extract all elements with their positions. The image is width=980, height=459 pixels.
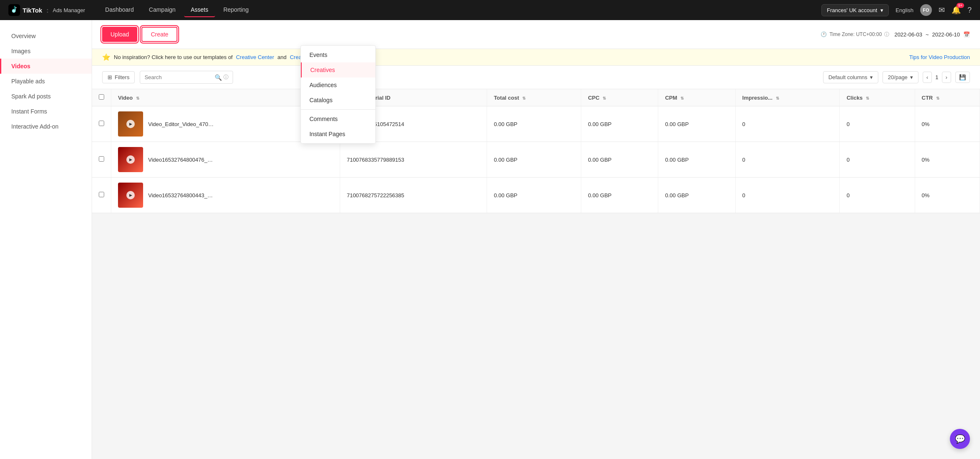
sort-icon[interactable]: ⇅ bbox=[603, 96, 606, 101]
nav-dashboard[interactable]: Dashboard bbox=[98, 3, 141, 17]
sort-icon[interactable]: ⇅ bbox=[680, 96, 684, 101]
notification-icon[interactable]: 🔔 9+ bbox=[952, 5, 961, 15]
chat-widget[interactable]: 💬 bbox=[950, 429, 970, 449]
dropdown-catalogs-label: Catalogs bbox=[309, 97, 332, 103]
page-number: 1 bbox=[935, 74, 938, 80]
dropdown-audiences[interactable]: Audiences bbox=[301, 77, 375, 93]
play-button[interactable]: ▶ bbox=[126, 191, 135, 199]
col-cpm-label: CPM bbox=[665, 95, 677, 101]
row-checkbox-0[interactable] bbox=[99, 121, 104, 126]
per-page-label: 20/page bbox=[888, 74, 908, 80]
sort-icon[interactable]: ⇅ bbox=[522, 96, 526, 101]
col-video-label: Video bbox=[118, 95, 133, 101]
col-cpm: CPM ⇅ bbox=[658, 89, 735, 106]
account-name: Frances' UK account bbox=[827, 7, 877, 13]
sort-icon[interactable]: ⇅ bbox=[776, 96, 779, 101]
chat-icon: 💬 bbox=[955, 434, 965, 444]
chevron-down-icon: ▾ bbox=[880, 7, 883, 13]
help-icon[interactable]: ? bbox=[967, 6, 972, 15]
video-thumbnail[interactable]: ▶ bbox=[118, 111, 143, 137]
search-info-icon: ⓘ bbox=[223, 74, 228, 81]
dropdown-events[interactable]: Events bbox=[301, 47, 375, 62]
table-row: ▶ Video16532764800476_Rin... 71007683357… bbox=[92, 142, 980, 178]
sidebar: Overview Images Videos Playable ads Spar… bbox=[0, 20, 92, 459]
select-all-checkbox[interactable] bbox=[99, 94, 104, 100]
account-selector[interactable]: Frances' UK account ▾ bbox=[821, 4, 889, 16]
dropdown-creatives[interactable]: Creatives bbox=[301, 62, 375, 77]
upload-button[interactable]: Upload bbox=[102, 27, 137, 42]
filter-icon: ⊞ bbox=[108, 74, 112, 80]
sidebar-item-instant-forms[interactable]: Instant Forms bbox=[0, 104, 92, 119]
dropdown-comments[interactable]: Comments bbox=[301, 111, 375, 126]
ads-manager-text: Ads Manager bbox=[53, 7, 85, 13]
search-input[interactable] bbox=[144, 74, 215, 80]
row-clicks: 0 bbox=[840, 142, 915, 178]
dropdown-instant-pages[interactable]: Instant Pages bbox=[301, 126, 375, 142]
inbox-icon[interactable]: ✉ bbox=[939, 5, 945, 15]
columns-selector[interactable]: Default columns ▾ bbox=[823, 71, 878, 83]
search-box: 🔍 ⓘ bbox=[140, 71, 233, 84]
inspiration-bar: ⭐ No inspiration? Click here to use our … bbox=[92, 49, 980, 66]
sort-icon[interactable]: ⇅ bbox=[936, 96, 939, 101]
logo-text: TikTok bbox=[23, 7, 42, 14]
video-thumbnail[interactable]: ▶ bbox=[118, 147, 143, 172]
play-button[interactable]: ▶ bbox=[126, 120, 135, 128]
row-checkbox-2[interactable] bbox=[99, 192, 104, 197]
creative-center-link[interactable]: Creative Center bbox=[236, 54, 274, 60]
sidebar-label-interactive-add-on: Interactive Add-on bbox=[11, 123, 59, 130]
nav-assets[interactable]: Assets bbox=[184, 3, 215, 17]
date-start: 2022-06-03 bbox=[894, 31, 922, 38]
dropdown-catalogs[interactable]: Catalogs bbox=[301, 93, 375, 108]
table-header: Video ⇅ Video Material ID Total cost ⇅ C… bbox=[92, 89, 980, 106]
avatar[interactable]: FO bbox=[920, 4, 932, 16]
video-name: Video16532764800476_Rin... bbox=[148, 157, 215, 163]
sort-icon[interactable]: ⇅ bbox=[136, 96, 139, 101]
date-range[interactable]: 2022-06-03 ~ 2022-06-10 📅 bbox=[894, 31, 970, 38]
sidebar-item-spark-ad-posts[interactable]: Spark Ad posts bbox=[0, 89, 92, 104]
chevron-down-icon: ▾ bbox=[870, 74, 873, 80]
sidebar-item-playable-ads[interactable]: Playable ads bbox=[0, 74, 92, 89]
col-cpc-label: CPC bbox=[588, 95, 599, 101]
search-icon: 🔍 bbox=[215, 74, 222, 81]
play-button[interactable]: ▶ bbox=[126, 155, 135, 164]
pagination: ‹ 1 › bbox=[923, 72, 951, 83]
table-toolbar: ⊞ Filters 🔍 ⓘ Default columns ▾ 20/page … bbox=[92, 66, 980, 89]
tips-link[interactable]: Tips for Video Production bbox=[909, 54, 970, 60]
timezone-info: 🕐 Time Zone: UTC+00:00 ⓘ bbox=[821, 31, 889, 38]
nav-campaign[interactable]: Campaign bbox=[142, 3, 182, 17]
col-total-cost: Total cost ⇅ bbox=[487, 89, 581, 106]
video-thumbnail[interactable]: ▶ bbox=[118, 183, 143, 208]
sidebar-item-videos[interactable]: Videos bbox=[0, 59, 92, 74]
next-page-button[interactable]: › bbox=[942, 72, 951, 83]
row-checkbox-1[interactable] bbox=[99, 156, 104, 162]
row-cpc: 0.00 GBP bbox=[581, 142, 658, 178]
calendar-icon[interactable]: 📅 bbox=[963, 31, 970, 38]
prev-page-button[interactable]: ‹ bbox=[923, 72, 932, 83]
create-button[interactable]: Create bbox=[141, 27, 177, 42]
inspiration-text: No inspiration? Click here to use our te… bbox=[114, 54, 233, 60]
info-icon: ⓘ bbox=[884, 31, 889, 38]
content-area: Upload Create Events Creatives Audiences bbox=[92, 20, 980, 459]
sidebar-item-overview[interactable]: Overview bbox=[0, 28, 92, 44]
sidebar-item-images[interactable]: Images bbox=[0, 44, 92, 59]
row-impressions: 0 bbox=[735, 106, 839, 142]
content-header: Upload Create Events Creatives Audiences bbox=[92, 20, 980, 49]
col-ctr-label: CTR bbox=[922, 95, 933, 101]
col-clicks: Clicks ⇅ bbox=[840, 89, 915, 106]
sort-icon[interactable]: ⇅ bbox=[866, 96, 869, 101]
save-columns-button[interactable]: 💾 bbox=[955, 72, 970, 83]
sidebar-label-videos: Videos bbox=[11, 63, 31, 70]
nav-reporting[interactable]: Reporting bbox=[217, 3, 256, 17]
row-cpc: 0.00 GBP bbox=[581, 106, 658, 142]
col-cpc: CPC ⇅ bbox=[581, 89, 658, 106]
sidebar-item-interactive-add-on[interactable]: Interactive Add-on bbox=[0, 119, 92, 134]
language-selector[interactable]: English bbox=[895, 7, 913, 13]
col-clicks-label: Clicks bbox=[847, 95, 862, 101]
nav-right: Frances' UK account ▾ English FO ✉ 🔔 9+ … bbox=[821, 4, 972, 16]
create-dropdown-container: Create Events Creatives Audiences bbox=[141, 27, 177, 42]
per-page-selector[interactable]: 20/page ▾ bbox=[883, 71, 918, 83]
row-clicks: 0 bbox=[840, 106, 915, 142]
row-impressions: 0 bbox=[735, 178, 839, 213]
notification-badge: 9+ bbox=[957, 3, 964, 8]
filter-button[interactable]: ⊞ Filters bbox=[102, 71, 135, 83]
